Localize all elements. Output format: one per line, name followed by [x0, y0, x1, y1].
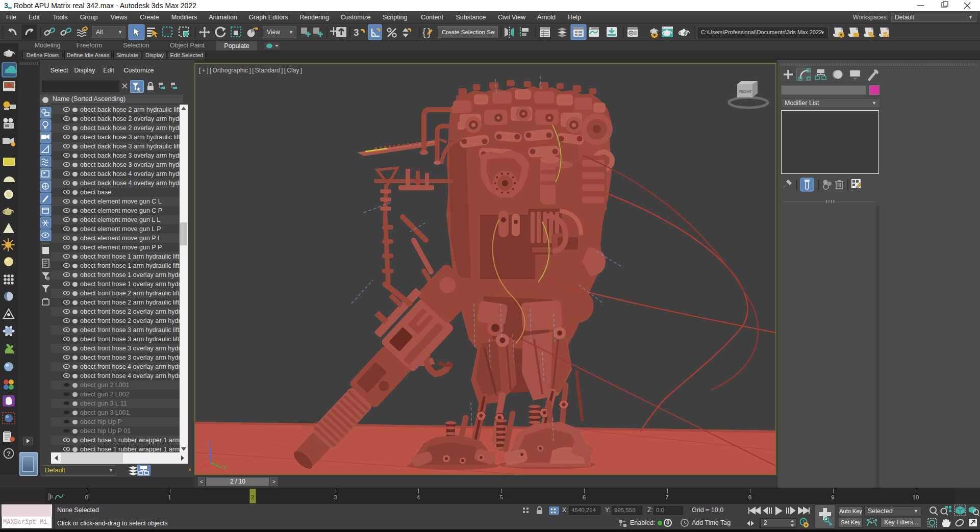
- svg-text:3: 3: [4, 2, 8, 10]
- svg-text:RIGHT: RIGHT: [739, 89, 752, 94]
- svg-text:?: ?: [7, 450, 11, 458]
- svg-text:Z: Z: [208, 440, 211, 446]
- svg-text:x: x: [197, 462, 199, 468]
- svg-text:3: 3: [354, 27, 359, 38]
- svg-text:{: {: [422, 27, 426, 38]
- svg-text:Y: Y: [223, 465, 227, 471]
